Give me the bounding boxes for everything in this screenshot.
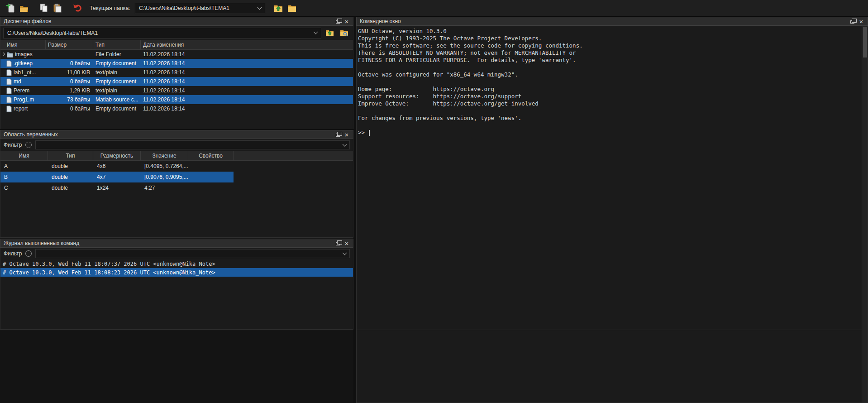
terminal-line — [358, 122, 859, 129]
file-date-cell: 11.02.2026 18:14 — [141, 51, 353, 58]
file-name-cell: Prog1.m — [0, 95, 46, 104]
terminal-output: GNU Octave, version 10.3.0Copyright (C) … — [357, 26, 868, 136]
terminal[interactable]: GNU Octave, version 10.3.0Copyright (C) … — [356, 26, 868, 403]
close-button[interactable]: × — [342, 239, 351, 247]
main-toolbar: Текущая папка: C:\Users\Nika\Desktop\it-… — [0, 0, 868, 17]
column-header-attribute[interactable]: Свойство — [188, 151, 234, 160]
horizontal-splitter-2[interactable] — [0, 238, 353, 239]
browser-actions-button[interactable] — [338, 28, 350, 38]
file-name-cell: md — [0, 77, 46, 86]
column-header-size[interactable]: Размер — [46, 40, 93, 49]
file-browser-titlebar[interactable]: Диспетчер файлов × — [0, 17, 353, 26]
directory-up-button[interactable] — [324, 28, 336, 38]
filter-combo[interactable] — [35, 140, 350, 149]
terminal-line: Improve Octave: https://octave.org/get-i… — [358, 100, 859, 107]
file-row[interactable]: Prog1.m 73 байты Matlab source c... 11.0… — [0, 95, 353, 104]
new-script-button[interactable] — [4, 1, 17, 15]
file-row[interactable]: lab1_ot... 11,00 KiB text/plain 11.02.20… — [0, 68, 353, 77]
scrollbar-thumb[interactable] — [863, 27, 867, 58]
file-row[interactable]: images File Folder 11.02.2026 18:14 — [0, 50, 353, 59]
file-date-cell: 11.02.2026 18:14 — [141, 78, 353, 85]
terminal-line: Copyright (C) 1993-2025 The Octave Proje… — [358, 35, 859, 42]
panel-title: Командное окно — [360, 18, 848, 24]
undock-button[interactable] — [848, 17, 857, 25]
filter-combo[interactable] — [35, 249, 350, 258]
variable-row[interactable]: C double 1x24 4:27 — [0, 182, 234, 193]
terminal-prompt-line[interactable]: >> — [358, 129, 859, 136]
variable-dimension-cell: 4x7 — [93, 174, 141, 180]
current-folder-combo[interactable]: C:\Users\Nika\Desktop\it-labs\TEMA1 — [135, 3, 265, 14]
file-size-cell: 0 байты — [46, 106, 93, 112]
copy-button[interactable] — [37, 1, 51, 15]
file-icon — [6, 96, 12, 103]
file-type-cell: Matlab source c... — [93, 96, 141, 103]
column-header-type[interactable]: Тип — [48, 151, 93, 160]
chevron-down-icon — [314, 30, 318, 34]
column-header-value[interactable]: Значение — [141, 151, 188, 160]
undock-icon — [336, 242, 340, 245]
undock-button[interactable] — [333, 17, 342, 25]
current-folder-value: C:\Users\Nika\Desktop\it-labs\TEMA1 — [139, 5, 258, 11]
column-header-type[interactable]: Тип — [93, 40, 141, 49]
file-date-cell: 11.02.2026 18:14 — [141, 69, 353, 76]
new-script-icon — [6, 4, 15, 13]
history-entry[interactable]: # Octave 10.3.0, Wed Feb 11 18:07:37 202… — [0, 259, 353, 268]
terminal-line: Octave was configured for "x86_64-w64-mi… — [358, 71, 859, 78]
history-filter-row: Фильтр — [0, 248, 353, 259]
file-type-cell: Empty document — [93, 78, 141, 85]
expand-arrow-icon[interactable] — [2, 53, 5, 56]
horizontal-splitter-1[interactable] — [0, 129, 353, 130]
file-name-label: .gitkeep — [14, 60, 33, 67]
undock-button[interactable] — [333, 130, 342, 139]
variable-row[interactable]: A double 4x6 [0.4095, 0.7264,... — [0, 161, 234, 172]
history-entry[interactable]: # Octave 10.3.0, Wed Feb 11 18:08:23 202… — [0, 268, 353, 277]
history-titlebar[interactable]: Журнал выполненных команд × — [0, 239, 353, 248]
file-icon — [6, 87, 12, 94]
folder-up-button[interactable] — [272, 1, 285, 15]
file-row[interactable]: md 0 байты Empty document 11.02.2026 18:… — [0, 77, 353, 86]
close-button[interactable]: × — [857, 17, 866, 25]
terminal-line: For changes from previous versions, type… — [358, 115, 859, 122]
workspace-panel: Область переменных × Фильтр Имя Тип Разм… — [0, 130, 353, 238]
undock-button[interactable] — [333, 239, 342, 247]
folder-up-icon — [325, 29, 334, 37]
file-name-label: lab1_ot... — [14, 69, 36, 76]
column-header-dimension[interactable]: Размерность — [93, 151, 141, 160]
browse-folder-button[interactable] — [285, 1, 299, 15]
open-file-button[interactable] — [17, 1, 31, 15]
file-browser-panel: Диспетчер файлов × C:/Users/Nika/Desktop… — [0, 17, 353, 130]
panel-edge-line — [357, 330, 862, 330]
column-header-name[interactable]: Имя — [0, 151, 48, 160]
close-button[interactable]: × — [342, 17, 351, 25]
column-header-name[interactable]: Имя — [0, 40, 46, 49]
file-icon — [6, 69, 12, 76]
file-row[interactable]: Perem 1,29 KiB text/plain 11.02.2026 18:… — [0, 86, 353, 95]
file-name-label: md — [14, 78, 21, 85]
command-window-titlebar[interactable]: Командное окно × — [356, 17, 868, 26]
file-icon — [6, 78, 12, 85]
filter-label: Фильтр — [4, 250, 22, 257]
file-row[interactable]: .gitkeep 0 байты Empty document 11.02.20… — [0, 59, 353, 68]
filter-checkbox[interactable] — [25, 142, 32, 148]
variable-row[interactable]: B double 4x7 [0.9076, 0.9095,... — [0, 172, 234, 182]
close-button[interactable]: × — [342, 130, 351, 139]
file-name-cell: report — [0, 104, 46, 113]
terminal-line — [358, 78, 859, 86]
file-row[interactable]: report 0 байты Empty document 11.02.2026… — [0, 104, 353, 113]
undock-icon — [850, 20, 854, 24]
directory-address-combo[interactable]: C:/Users/Nika/Desktop/it-labs/TEMA1 — [3, 28, 321, 38]
panel-title: Диспетчер файлов — [4, 18, 333, 24]
vertical-splitter[interactable] — [353, 17, 356, 403]
column-header-filler — [234, 151, 353, 160]
file-type-cell: Empty document — [93, 60, 141, 67]
workspace-titlebar[interactable]: Область переменных × — [0, 130, 353, 139]
folder-icon — [6, 52, 13, 58]
vertical-scrollbar[interactable] — [862, 26, 868, 403]
column-header-date[interactable]: Дата изменения — [141, 40, 353, 49]
filter-checkbox[interactable] — [25, 250, 32, 257]
undock-icon — [336, 134, 340, 137]
variable-name-cell: B — [0, 174, 48, 180]
file-icon — [6, 106, 12, 112]
undo-button[interactable] — [71, 1, 84, 15]
paste-button[interactable] — [51, 1, 64, 15]
